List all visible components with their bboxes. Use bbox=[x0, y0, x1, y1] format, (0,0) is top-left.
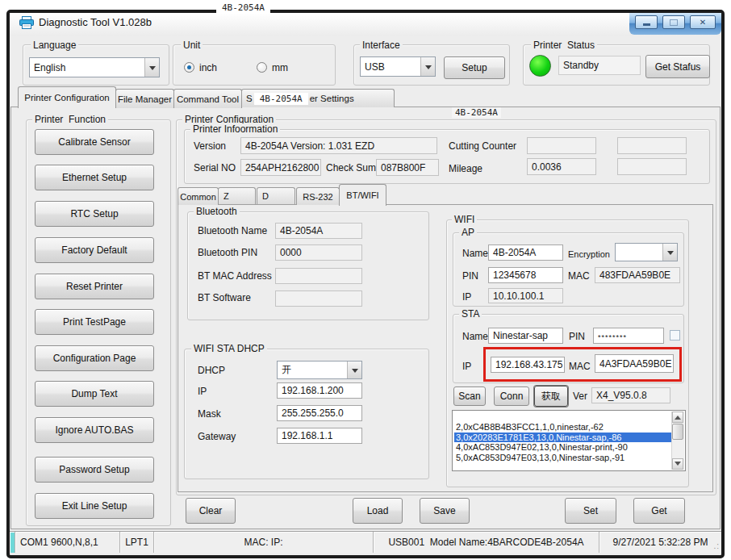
list-item[interactable]: 4,0xAC853D947E02,13,0,Ninestar-print,-90 bbox=[454, 442, 671, 453]
printer-information-group-label: Printer Infoormation bbox=[190, 123, 280, 135]
get-status-button[interactable]: Get Stafus bbox=[645, 55, 710, 78]
ignore-autobas-button[interactable]: Ignore AUTO.BAS bbox=[35, 417, 154, 443]
ap-pin-field[interactable]: 12345678 bbox=[488, 267, 563, 283]
exit-line-setup-button[interactable]: Exit Line Setup bbox=[35, 493, 154, 519]
bluetooth-pin-field[interactable]: 0000 bbox=[275, 244, 362, 261]
tab-printer-configuration[interactable]: Printer Configuration bbox=[18, 86, 116, 108]
ap-name-field[interactable]: 4B-2054A bbox=[488, 244, 563, 261]
interface-selected-value: USB bbox=[361, 57, 420, 76]
ver-field: X4_V95.0.8 bbox=[591, 387, 670, 403]
version-label: Version bbox=[194, 140, 226, 152]
list-item-selected[interactable]: 3,0x20283E1781E3,13,0,Ninestar-sap,-86 bbox=[454, 433, 671, 443]
version-value: 4B-2054A Version: 1.031 EZD bbox=[240, 137, 437, 154]
tab-file-manager[interactable]: File Manager bbox=[115, 89, 174, 108]
dhcp-select[interactable]: 开 bbox=[277, 361, 362, 379]
tab-system-printer-settings[interactable]: S 4B-2054A er Settings bbox=[241, 89, 395, 107]
dump-text-button[interactable]: Dump Text bbox=[35, 381, 154, 407]
radio-inch-label: inch bbox=[199, 62, 217, 73]
chevron-down-icon[interactable] bbox=[662, 244, 677, 261]
subtab-rs232[interactable]: RS-232 bbox=[296, 187, 340, 205]
tab-label: Command Tool bbox=[177, 94, 239, 104]
factory-default-button[interactable]: Factory Default bbox=[35, 237, 154, 263]
calibrate-sensor-button[interactable]: Calibrate Sensor bbox=[35, 129, 154, 155]
statusbar-mac-ip: MAC: IP: bbox=[154, 532, 374, 553]
overlay-device-label-mid: 4B-2054A bbox=[452, 107, 501, 118]
gateway-label: Gateway bbox=[198, 431, 236, 442]
language-select[interactable]: English bbox=[29, 57, 160, 77]
configuration-page-button[interactable]: Configuration Page bbox=[35, 345, 154, 371]
chevron-down-icon[interactable] bbox=[420, 57, 435, 76]
subtab-d[interactable]: D bbox=[257, 187, 295, 204]
sta-ip-field[interactable]: 192.168.43.175 bbox=[491, 357, 565, 373]
scrollbar[interactable] bbox=[671, 412, 684, 470]
subtab-common[interactable]: Common bbox=[178, 187, 219, 205]
scan-button[interactable]: Scan bbox=[453, 387, 486, 406]
sta-mac-label: MAC bbox=[569, 361, 591, 372]
serial-no-label: Serial NO bbox=[194, 162, 236, 173]
close-button[interactable]: ✕ bbox=[690, 15, 716, 29]
maximize-button[interactable] bbox=[662, 15, 685, 29]
resize-grip-icon[interactable]: .: bbox=[713, 541, 720, 550]
ethernet-setup-button[interactable]: Ethernet Setup bbox=[35, 165, 154, 190]
subtab-z[interactable]: Z bbox=[218, 187, 256, 204]
sta-pin-show-checkbox[interactable] bbox=[670, 330, 680, 341]
bluetooth-group-label: Bluetooth bbox=[194, 206, 240, 217]
scroll-up-icon[interactable] bbox=[672, 412, 683, 423]
mask-label: Mask bbox=[198, 408, 221, 420]
mask-field[interactable]: 255.255.255.0 bbox=[277, 405, 362, 421]
encryption-select[interactable] bbox=[615, 243, 678, 261]
statusbar-usb-model: USB001 Model Name:4BARCODE4B-2054A bbox=[374, 532, 599, 553]
list-item[interactable]: 5,0xAC853D947E03,13,0,Ninestar-sap,-91 bbox=[454, 453, 671, 463]
sta-mac-field: 4A3FDAA59B0E bbox=[595, 354, 674, 373]
setup-button[interactable]: Setup bbox=[444, 56, 505, 79]
wifi-sta-group bbox=[453, 314, 684, 383]
interface-select[interactable]: USB bbox=[360, 56, 436, 77]
unit-group-label: Unit bbox=[181, 40, 203, 51]
get-button[interactable]: Get bbox=[633, 498, 685, 524]
conn-button[interactable]: Conn bbox=[494, 387, 529, 406]
subtab-label: D bbox=[262, 191, 269, 201]
radio-mm[interactable] bbox=[257, 62, 267, 73]
overlay-device-label-top: 4B-2054A bbox=[216, 2, 270, 14]
cutting-counter-value-1 bbox=[527, 137, 596, 154]
statusbar-timestamp: 9/27/2021 5:32:28 PM .: bbox=[599, 532, 721, 553]
fetch-button[interactable]: 获取 bbox=[534, 386, 568, 407]
statusbar-accent-strip bbox=[10, 532, 15, 553]
radio-inch[interactable] bbox=[184, 62, 194, 73]
password-setup-button[interactable]: Password Setup bbox=[35, 457, 154, 483]
window-controls: ✕ bbox=[629, 13, 721, 35]
sta-pin-field[interactable]: ******** bbox=[593, 328, 664, 344]
rtc-setup-button[interactable]: RTC Setup bbox=[35, 201, 154, 227]
minimize-button[interactable] bbox=[635, 15, 658, 29]
clear-button[interactable]: Clear bbox=[186, 498, 236, 524]
print-testpage-button[interactable]: Print TestPage bbox=[35, 309, 154, 335]
reset-printer-button[interactable]: Reset Printer bbox=[35, 274, 154, 299]
chevron-down-icon[interactable] bbox=[144, 58, 159, 77]
mileage-value-2 bbox=[617, 158, 687, 175]
gateway-field[interactable]: 192.168.1.1 bbox=[277, 428, 362, 444]
tab-command-tool[interactable]: Command Tool bbox=[173, 89, 242, 108]
subtab-btwifi[interactable]: BT/WIFI bbox=[339, 184, 386, 206]
bluetooth-name-field[interactable]: 4B-2054A bbox=[275, 223, 362, 239]
scroll-down-icon[interactable] bbox=[672, 458, 683, 470]
scrollbar-thumb[interactable] bbox=[672, 424, 683, 440]
wifi-scan-list-items: 2,0xC4B8B4B3FCC1,1,0,ninestar,-62 3,0x20… bbox=[454, 422, 671, 462]
wifi-scan-list[interactable]: 2,0xC4B8B4B3FCC1,1,0,ninestar,-62 3,0x20… bbox=[452, 410, 686, 471]
timestamp-text: 9/27/2021 5:32:28 PM bbox=[612, 537, 708, 548]
sta-pin-label: PIN bbox=[569, 331, 585, 342]
set-button[interactable]: Set bbox=[565, 498, 616, 524]
dhcp-label: DHCP bbox=[198, 365, 225, 376]
list-item[interactable]: 2,0xC4B8B4B3FCC1,1,0,ninestar,-62 bbox=[454, 422, 671, 433]
ap-name-label: Name bbox=[462, 248, 488, 259]
ap-ip-field: 10.10.100.1 bbox=[488, 288, 563, 303]
wifi-sta-group-label: STA bbox=[459, 308, 482, 320]
radio-mm-label: mm bbox=[272, 62, 288, 73]
sta-name-field[interactable]: Ninestar-sap bbox=[488, 328, 563, 344]
load-button[interactable]: Load bbox=[353, 498, 403, 524]
encryption-selected-value bbox=[616, 244, 662, 261]
cutting-counter-value-2 bbox=[617, 137, 687, 154]
sta-dhcp-ip-field[interactable]: 192.168.1.200 bbox=[277, 382, 362, 399]
save-button[interactable]: Save bbox=[420, 498, 470, 524]
chevron-down-icon[interactable] bbox=[347, 361, 361, 378]
serial-no-value: 254APH2162800 bbox=[240, 159, 321, 176]
